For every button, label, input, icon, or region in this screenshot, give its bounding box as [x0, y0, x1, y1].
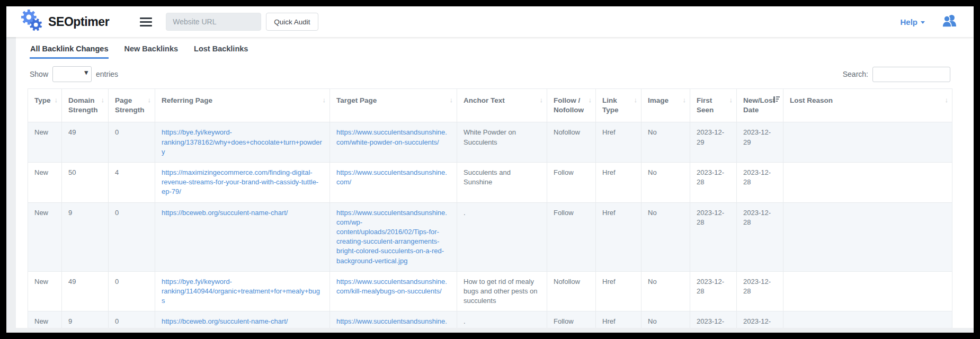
tab-all-backlink-changes[interactable]: All Backlink Changes: [30, 41, 109, 59]
cell-lost_reason: [783, 271, 952, 311]
sort-down-icon: ↓: [148, 95, 152, 105]
sort-down-icon: ↓: [683, 95, 687, 105]
table-row: New90https://bceweb.org/succulent-name-c…: [28, 311, 952, 328]
column-header-link-type[interactable]: Link Type ↓: [596, 89, 642, 122]
cell-link_type: Href: [596, 122, 642, 163]
account-button[interactable]: [941, 14, 958, 30]
column-header-new-lost-date[interactable]: New/Lost Date: [737, 89, 783, 122]
column-header-first-seen[interactable]: First Seen ↓: [690, 89, 737, 122]
entries-label: entries: [96, 70, 118, 78]
search-control: Search:: [843, 67, 950, 82]
tab-new-backlinks[interactable]: New Backlinks: [123, 41, 179, 59]
column-header-type[interactable]: Type ↓: [28, 89, 62, 122]
cell-first_seen: 2023-12-29: [690, 122, 737, 163]
brand-name: SEOptimer: [48, 15, 109, 29]
tabs: All Backlink Changes New Backlinks Lost …: [28, 41, 950, 59]
cell-anchor_text: .: [457, 311, 547, 328]
help-label: Help: [900, 17, 917, 26]
cell-target_page: https://www.succulentsandsunshine.com/: [330, 163, 457, 203]
website-url-input[interactable]: [166, 13, 261, 31]
sort-down-icon: ↓: [450, 95, 453, 105]
users-icon: [941, 14, 958, 30]
hamburger-icon: [140, 25, 152, 26]
sort-down-icon: ↓: [589, 95, 592, 105]
backlink-url[interactable]: https://www.succulentsandsunshine.com/wp…: [336, 317, 448, 328]
search-label: Search:: [843, 70, 868, 78]
cell-first_seen: 2023-12-28: [690, 311, 737, 328]
cell-referring_page: https://bceweb.org/succulent-name-chart/: [155, 311, 330, 328]
page-length-select[interactable]: [52, 66, 92, 82]
column-header-domain-strength[interactable]: Domain Strength ↓: [62, 89, 109, 122]
cell-follow_nofollow: Follow: [547, 202, 596, 271]
cell-type: New: [28, 163, 62, 203]
cell-type: New: [28, 311, 62, 328]
cell-domain_strength: 49: [62, 122, 109, 163]
backlink-url[interactable]: https://www.succulentsandsunshine.com/wp…: [336, 209, 447, 265]
help-menu[interactable]: Help: [900, 17, 925, 26]
search-input[interactable]: [872, 67, 950, 82]
backlink-url[interactable]: https://maximizingecommerce.com/finding-…: [162, 168, 318, 195]
cell-referring_page: https://bye.fyi/keyword-ranking/1140944/…: [155, 271, 330, 311]
sort-down-icon: ↓: [323, 95, 326, 105]
cell-follow_nofollow: Nofollow: [547, 271, 596, 311]
column-header-anchor-text[interactable]: Anchor Text ↓: [457, 89, 547, 122]
cell-type: New: [28, 122, 62, 163]
sort-down-icon: ↓: [540, 95, 544, 105]
table-controls: Show ▾ entries Search:: [28, 66, 950, 82]
main-content: All Backlink Changes New Backlinks Lost …: [16, 37, 974, 328]
brand-logo[interactable]: SEOptimer: [21, 9, 109, 34]
column-header-lost-reason[interactable]: Lost Reason ↓: [783, 89, 952, 122]
cell-image: No: [642, 271, 690, 311]
column-header-page-strength[interactable]: Page Strength ↓: [109, 89, 155, 122]
menu-button[interactable]: [140, 17, 152, 26]
quick-audit-button[interactable]: Quick Audit: [266, 13, 318, 31]
backlink-url[interactable]: https://bceweb.org/succulent-name-chart/: [162, 209, 288, 217]
cell-anchor_text: White Powder on Succulents: [457, 122, 547, 163]
cell-anchor_text: .: [457, 202, 547, 271]
sort-down-icon: ↓: [55, 95, 58, 105]
cell-type: New: [28, 202, 62, 271]
cell-first_seen: 2023-12-28: [690, 202, 737, 271]
cell-page_strength: 0: [109, 202, 155, 271]
backlink-url[interactable]: https://www.succulentsandsunshine.com/wh…: [336, 128, 447, 146]
cell-follow_nofollow: Follow: [547, 163, 596, 203]
table-header: Type ↓ Domain Strength ↓ Page Strength ↓…: [28, 89, 952, 122]
cell-link_type: Href: [596, 311, 642, 328]
table-body: New490https://bye.fyi/keyword-ranking/13…: [28, 122, 952, 328]
backlink-url[interactable]: https://www.succulentsandsunshine.com/ki…: [336, 278, 447, 295]
cell-link_type: Href: [596, 271, 642, 311]
cell-domain_strength: 49: [62, 271, 109, 311]
tab-lost-backlinks[interactable]: Lost Backlinks: [193, 41, 248, 59]
cell-referring_page: https://maximizingecommerce.com/finding-…: [155, 163, 330, 203]
backlink-url[interactable]: https://bye.fyi/keyword-ranking/1140944/…: [162, 278, 320, 305]
cell-link_type: Href: [596, 202, 642, 271]
navbar: SEOptimer Quick Audit Help: [6, 6, 974, 37]
cell-page_strength: 0: [109, 271, 155, 311]
gears-logo-icon: [21, 9, 43, 34]
backlink-url[interactable]: https://bye.fyi/keyword-ranking/1378162/…: [162, 128, 322, 155]
cell-domain_strength: 9: [62, 311, 109, 328]
cell-domain_strength: 50: [62, 163, 109, 203]
hamburger-icon: [140, 17, 152, 19]
cell-lost_reason: [783, 163, 952, 203]
backlink-url[interactable]: https://bceweb.org/succulent-name-chart/: [162, 317, 288, 325]
cell-image: No: [642, 202, 690, 271]
cell-new_lost_date: 2023-12-28: [737, 271, 783, 311]
backlinks-table: Type ↓ Domain Strength ↓ Page Strength ↓…: [28, 88, 952, 328]
cell-target_page: https://www.succulentsandsunshine.com/wp…: [330, 311, 457, 328]
show-label: Show: [30, 70, 48, 78]
table-row: New504https://maximizingecommerce.com/fi…: [28, 163, 952, 203]
column-header-target-page[interactable]: Target Page ↓: [330, 89, 457, 122]
sort-amount-desc-icon: [773, 96, 780, 106]
column-header-follow-nofollow[interactable]: Follow / Nofollow ↓: [547, 89, 596, 122]
backlink-url[interactable]: https://www.succulentsandsunshine.com/: [336, 168, 447, 186]
cell-anchor_text: Succulents and Sunshine: [457, 163, 547, 203]
cell-image: No: [642, 122, 690, 163]
cell-target_page: https://www.succulentsandsunshine.com/ki…: [330, 271, 457, 311]
column-header-referring-page[interactable]: Referring Page ↓: [155, 89, 330, 122]
cell-first_seen: 2023-12-28: [690, 163, 737, 203]
cell-image: No: [642, 311, 690, 328]
column-header-image[interactable]: Image ↓: [642, 89, 690, 122]
cell-new_lost_date: 2023-12-28: [737, 163, 783, 203]
table-row: New90https://bceweb.org/succulent-name-c…: [28, 202, 952, 271]
